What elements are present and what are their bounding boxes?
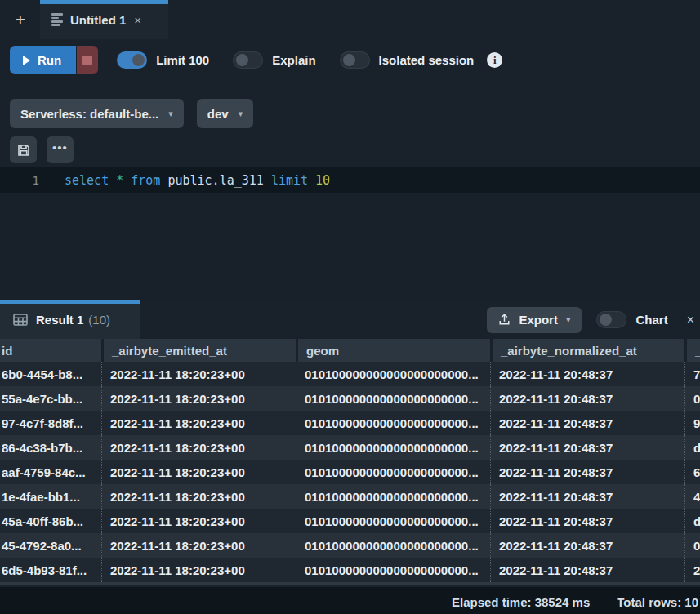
chevron-down-icon: ▾	[168, 109, 173, 119]
database-dropdown[interactable]: dev ▾	[197, 99, 253, 128]
table-cell: 0	[684, 386, 700, 411]
results-table: id_airbyte_emitted_atgeom_airbyte_normal…	[0, 339, 700, 582]
limit-toggle-label: Limit 100	[156, 53, 209, 67]
column-header-_airbyte_normalized_at[interactable]: _airbyte_normalized_at	[490, 339, 684, 362]
table-cell: 2022-11-11 20:48:37	[490, 558, 684, 582]
explain-toggle[interactable]	[233, 51, 263, 69]
chevron-down-icon: ▾	[239, 109, 243, 119]
explain-toggle-label: Explain	[272, 53, 315, 67]
editor-line-1[interactable]: 1 select * from public.la_311 limit 10	[0, 167, 700, 193]
isolated-session-toggle[interactable]	[340, 51, 370, 69]
table-cell: 55a-4e7c-bb...	[0, 386, 101, 411]
file-action-row: •••	[10, 136, 74, 163]
tab-close-icon[interactable]: ×	[134, 14, 141, 26]
table-row[interactable]: 45a-40ff-86b...2022-11-11 18:20:23+00010…	[0, 509, 700, 533]
column-header-_[interactable]: _	[684, 339, 700, 362]
result-tab-label: Result 1	[36, 313, 83, 327]
tab-bar: + Untitled 1 ×	[0, 0, 700, 39]
table-cell: 6b0-4454-b8...	[0, 362, 101, 386]
table-cell: 010100000000000000000000...	[296, 435, 490, 460]
isolated-session-toggle-label: Isolated session	[379, 53, 475, 67]
table-cell: 010100000000000000000000...	[296, 411, 490, 435]
table-row[interactable]: 45-4792-8a0...2022-11-11 18:20:23+000101…	[0, 533, 700, 558]
table-cell: 010100000000000000000000...	[296, 484, 490, 509]
new-tab-button[interactable]: +	[7, 6, 34, 33]
table-cell: 2022-11-11 20:48:37	[490, 484, 684, 509]
active-tab-indicator	[40, 0, 168, 4]
table-header-row: id_airbyte_emitted_atgeom_airbyte_normal…	[0, 339, 700, 362]
chart-toggle-group: Chart	[596, 311, 667, 328]
column-header-_airbyte_emitted_at[interactable]: _airbyte_emitted_at	[101, 339, 296, 362]
table-cell: 2022-11-11 20:48:37	[490, 435, 684, 460]
limit-toggle[interactable]	[117, 51, 147, 69]
export-button[interactable]: Export ▾	[487, 307, 582, 333]
table-cell: d	[684, 509, 700, 533]
table-row[interactable]: 97-4c7f-8d8f...2022-11-11 18:20:23+00010…	[0, 411, 700, 435]
result-tab[interactable]: Result 1 (10)	[0, 300, 140, 339]
horizontal-scrollbar[interactable]	[0, 582, 700, 585]
info-icon[interactable]: i	[487, 52, 502, 68]
chevron-down-icon: ▾	[566, 314, 571, 325]
table-icon	[13, 314, 28, 326]
table-row[interactable]: 55a-4e7c-bb...2022-11-11 18:20:23+000101…	[0, 386, 700, 411]
table-cell: 7	[684, 362, 700, 386]
table-cell: 97-4c7f-8d8f...	[0, 411, 101, 435]
table-row[interactable]: 86-4c38-b7b...2022-11-11 18:20:23+000101…	[0, 435, 700, 460]
table-cell: 2022-11-11 20:48:37	[490, 411, 684, 435]
table-cell: 6	[684, 460, 700, 484]
database-dropdown-label: dev	[207, 107, 229, 121]
chart-toggle-label: Chart	[635, 313, 667, 327]
sql-editor[interactable]: 1 select * from public.la_311 limit 10	[0, 167, 700, 300]
table-cell: 010100000000000000000000...	[296, 558, 490, 582]
total-rows: Total rows: 10	[617, 595, 698, 609]
table-row[interactable]: aaf-4759-84c...2022-11-11 18:20:23+00010…	[0, 460, 700, 484]
table-body: 6b0-4454-b8...2022-11-11 18:20:23+000101…	[0, 362, 700, 582]
run-button[interactable]: Run	[10, 46, 76, 74]
table-cell: 1e-4fae-bb1...	[0, 484, 101, 509]
chart-toggle[interactable]	[596, 311, 626, 328]
status-bar: Elapsed time: 38524 ms Total rows: 10	[0, 587, 700, 614]
export-button-label: Export	[519, 313, 558, 327]
table-row[interactable]: 6b0-4454-b8...2022-11-11 18:20:23+000101…	[0, 362, 700, 386]
tab-untitled-1[interactable]: Untitled 1 ×	[40, 0, 168, 39]
table-cell: 2022-11-11 18:20:23+00	[101, 509, 296, 533]
table-cell: 2022-11-11 20:48:37	[490, 533, 684, 558]
table-cell: 2022-11-11 18:20:23+00	[101, 484, 296, 509]
play-icon	[23, 56, 30, 65]
table-row[interactable]: 6d5-4b93-81f...2022-11-11 18:20:23+00010…	[0, 558, 700, 582]
column-header-id[interactable]: id	[0, 339, 101, 362]
table-cell: 2022-11-11 20:48:37	[490, 386, 684, 411]
elapsed-time: Elapsed time: 38524 ms	[452, 595, 590, 609]
table-cell: 4	[684, 484, 700, 509]
script-lines-icon	[51, 13, 63, 26]
line-number: 1	[0, 174, 39, 187]
run-button-label: Run	[38, 53, 61, 67]
table-cell: 010100000000000000000000...	[296, 533, 490, 558]
tab-title: Untitled 1	[70, 13, 126, 27]
connection-row: Serverless: default-be... ▾ dev ▾	[10, 99, 253, 128]
table-cell: 2022-11-11 20:48:37	[490, 460, 684, 484]
table-cell: 86-4c38-b7b...	[0, 435, 101, 460]
table-cell: 2022-11-11 20:48:37	[490, 509, 684, 533]
table-cell: 2022-11-11 20:48:37	[490, 362, 684, 386]
endpoint-dropdown[interactable]: Serverless: default-be... ▾	[10, 99, 184, 128]
stop-button[interactable]	[76, 46, 98, 74]
isolated-session-toggle-group: Isolated session	[340, 51, 475, 69]
ellipsis-icon: •••	[52, 141, 68, 158]
floppy-disk-icon	[16, 143, 31, 158]
table-cell: 010100000000000000000000...	[296, 386, 490, 411]
table-cell: 2022-11-11 18:20:23+00	[101, 460, 296, 484]
table-cell: 45a-40ff-86b...	[0, 509, 101, 533]
table-cell: 2022-11-11 18:20:23+00	[101, 411, 296, 435]
save-button[interactable]	[10, 136, 37, 163]
table-cell: 45-4792-8a0...	[0, 533, 101, 558]
results-panel: Result 1 (10) Export ▾ Chart × id_airbyt…	[0, 300, 700, 614]
more-options-button[interactable]: •••	[47, 136, 74, 163]
results-header: Result 1 (10) Export ▾ Chart ×	[0, 300, 700, 339]
results-close-icon[interactable]: ×	[687, 313, 694, 327]
table-row[interactable]: 1e-4fae-bb1...2022-11-11 18:20:23+000101…	[0, 484, 700, 509]
table-cell: 2022-11-11 18:20:23+00	[101, 533, 296, 558]
table-cell: 010100000000000000000000...	[296, 460, 490, 484]
table-cell: 0	[684, 533, 700, 558]
column-header-geom[interactable]: geom	[296, 339, 490, 362]
